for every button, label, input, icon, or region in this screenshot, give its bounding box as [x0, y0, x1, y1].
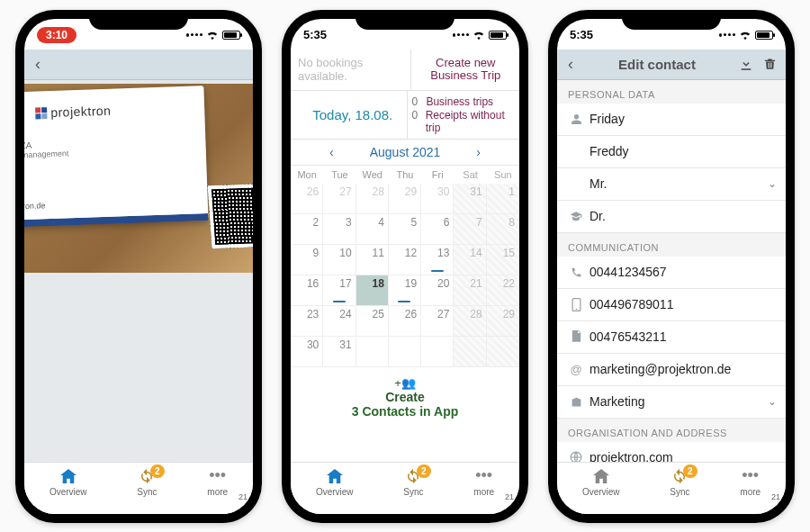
mobile-field[interactable]: 004496789011: [557, 289, 786, 321]
calendar-day[interactable]: 12: [389, 245, 421, 275]
calendar-day[interactable]: 26: [389, 306, 421, 337]
calendar-day[interactable]: 31: [454, 184, 486, 214]
more-icon: •••: [742, 466, 759, 486]
tab-overview[interactable]: Overview: [50, 466, 87, 497]
website-field[interactable]: projektron.com: [557, 442, 786, 462]
tab-overview[interactable]: Overview: [582, 466, 620, 497]
communication-fields: 00441234567 004496789011 00476543211 @: [557, 257, 786, 419]
calendar-day[interactable]: [487, 337, 519, 367]
battery-icon: [222, 31, 240, 40]
card-domain: ektron.de: [24, 201, 46, 211]
calendar-day[interactable]: 15: [487, 245, 519, 275]
calendar-day[interactable]: [356, 337, 389, 367]
tab-more[interactable]: ••• more: [207, 466, 228, 497]
fax-field[interactable]: 00476543211: [557, 321, 786, 354]
create-contacts-button[interactable]: +👥 Create 3 Contacts in App: [291, 367, 519, 424]
wifi-icon: [739, 30, 752, 41]
trash-icon[interactable]: [760, 57, 778, 71]
stat-label: Receipts without trip: [426, 109, 516, 134]
calendar-day[interactable]: 20: [421, 275, 454, 306]
calendar-day[interactable]: 28: [356, 184, 389, 214]
calendar-day[interactable]: 10: [323, 245, 356, 275]
tab-label: more: [207, 487, 228, 497]
calendar-day[interactable]: [421, 337, 454, 367]
tab-sync[interactable]: 2 Sync: [403, 466, 423, 497]
calendar-day[interactable]: 19: [389, 275, 421, 306]
calendar-day[interactable]: 28: [454, 306, 486, 337]
title-field[interactable]: Dr.: [557, 201, 786, 233]
calendar-day[interactable]: 26: [291, 184, 323, 214]
tab-more[interactable]: ••• more: [740, 466, 760, 497]
calendar-day[interactable]: 3: [323, 214, 356, 245]
department-select[interactable]: Marketing ⌄: [557, 386, 786, 419]
calendar-day[interactable]: 24: [323, 306, 356, 337]
calendar-day[interactable]: 14: [454, 245, 486, 275]
calendar-day[interactable]: 22: [487, 275, 519, 306]
calendar-day[interactable]: 27: [323, 184, 356, 214]
calendar-day[interactable]: 6: [421, 214, 454, 245]
tab-sync[interactable]: 2 Sync: [670, 466, 689, 497]
field-value: Mr.: [586, 176, 768, 191]
calendar-day[interactable]: 11: [356, 245, 389, 275]
calendar-day[interactable]: [454, 337, 486, 367]
calendar-day[interactable]: 21: [454, 275, 486, 306]
today-date-label[interactable]: Today, 18.08.: [291, 91, 408, 139]
business-card: projektron TAZA nermanagement ektron.de: [24, 86, 209, 228]
camera-preview[interactable]: projektron TAZA nermanagement ektron.de: [24, 84, 253, 273]
section-organisation-label: ORGANISATION AND ADDRESS: [557, 419, 786, 442]
tab-more[interactable]: ••• more: [473, 466, 494, 497]
calendar-day-today[interactable]: 18: [356, 275, 389, 306]
download-icon[interactable]: [737, 57, 755, 71]
current-month-label[interactable]: August 2021: [370, 145, 441, 159]
home-indicator[interactable]: [626, 515, 716, 518]
personal-fields: Friday Freddy Mr. ⌄ Dr.: [557, 104, 786, 233]
calendar-day[interactable]: 13: [421, 245, 454, 275]
back-button[interactable]: ‹: [32, 55, 44, 74]
more-icon: •••: [475, 466, 492, 486]
calendar-day[interactable]: 2: [291, 214, 323, 245]
calendar-day[interactable]: [389, 337, 421, 367]
stat-receipts[interactable]: 0 Receipts without trip: [411, 109, 516, 134]
calendar-day[interactable]: 30: [291, 337, 323, 367]
tab-bar: Overview 2 Sync ••• more 21: [24, 462, 253, 514]
calendar-day[interactable]: 25: [356, 306, 389, 337]
calendar-day[interactable]: 27: [421, 306, 454, 337]
field-value: Freddy: [586, 144, 777, 158]
battery-icon: [489, 31, 507, 40]
tab-overview[interactable]: Overview: [316, 466, 354, 497]
calendar-day[interactable]: 5: [389, 214, 421, 245]
svg-point-2: [571, 452, 581, 461]
back-button[interactable]: ‹: [564, 55, 577, 74]
tab-label: Sync: [670, 487, 689, 497]
prev-month-button[interactable]: ‹: [329, 145, 334, 159]
calendar-day[interactable]: 9: [291, 245, 323, 275]
section-communication-label: COMMUNICATION: [557, 233, 786, 257]
phone-edit-contact: 5:35 ‹ Edit contact PERSONAL DATA: [548, 10, 795, 523]
lastname-field[interactable]: Friday: [557, 104, 786, 136]
email-field[interactable]: @ marketing@projektron.de: [557, 354, 786, 386]
mobile-icon: [566, 298, 586, 311]
calendar-day[interactable]: 16: [291, 275, 323, 306]
salutation-select[interactable]: Mr. ⌄: [557, 168, 786, 201]
tab-sync[interactable]: 2 Sync: [137, 466, 157, 497]
calendar-day[interactable]: 29: [389, 184, 421, 214]
next-month-button[interactable]: ›: [476, 145, 481, 159]
calendar-day[interactable]: 29: [487, 306, 519, 337]
calendar-day[interactable]: 1: [487, 184, 519, 214]
calendar-day[interactable]: 8: [487, 214, 519, 245]
tab-label: Overview: [50, 487, 87, 497]
phone-field[interactable]: 00441234567: [557, 257, 786, 289]
calendar-day[interactable]: 23: [291, 306, 323, 337]
create-business-trip-button[interactable]: Create new Business Trip: [411, 50, 519, 90]
calendar-day[interactable]: 4: [356, 214, 389, 245]
calendar-day[interactable]: 30: [421, 184, 454, 214]
stat-business-trips[interactable]: 0 Business trips: [411, 95, 516, 108]
calendar-day[interactable]: 17: [323, 275, 356, 306]
home-icon: [591, 464, 611, 486]
calendar-day[interactable]: 7: [454, 214, 486, 245]
company-logo-icon: [35, 106, 47, 118]
calendar-day[interactable]: 31: [323, 337, 356, 367]
firstname-field[interactable]: Freddy: [557, 136, 786, 168]
home-indicator[interactable]: [360, 515, 450, 518]
home-indicator[interactable]: [94, 515, 184, 518]
